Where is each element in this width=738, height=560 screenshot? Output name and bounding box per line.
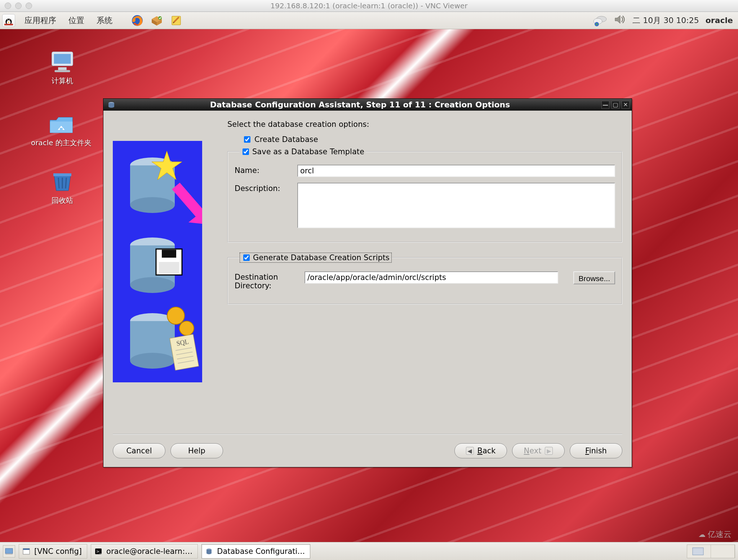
svg-rect-14 [54, 70, 70, 72]
gnome-bottom-panel: [VNC config] >_ oracle@oracle-learn:… Da… [0, 542, 738, 560]
svg-rect-42 [5, 548, 13, 554]
minimize-button[interactable]: — [601, 101, 609, 109]
template-name-input[interactable] [297, 165, 615, 177]
gnome-top-panel: 应用程序 位置 系统 二 10月 30 10: [0, 12, 738, 29]
svg-rect-13 [58, 67, 66, 70]
create-database-checkbox[interactable] [244, 136, 250, 143]
desktop-icon-computer[interactable]: 计算机 [36, 50, 88, 86]
chevron-right-icon: ▶ [545, 447, 553, 455]
svg-rect-43 [5, 554, 13, 555]
description-label: Description: [235, 183, 289, 193]
volume-icon[interactable] [614, 13, 626, 27]
package-launcher-icon[interactable] [150, 14, 164, 27]
notes-launcher-icon[interactable] [169, 14, 183, 27]
menu-places[interactable]: 位置 [66, 14, 87, 27]
svg-point-27 [130, 277, 175, 293]
template-description-input[interactable] [297, 183, 615, 228]
save-template-label: Save as a Database Template [252, 147, 364, 156]
chevron-left-icon: ◀ [466, 447, 474, 455]
desktop-icon-label: 计算机 [36, 76, 88, 86]
save-template-checkbox[interactable] [243, 148, 249, 155]
workspace-1[interactable] [687, 545, 711, 558]
svg-rect-30 [159, 262, 179, 274]
svg-point-2 [7, 19, 8, 20]
show-desktop-button[interactable] [3, 545, 15, 557]
window-icon [22, 547, 31, 556]
svg-rect-29 [162, 250, 176, 258]
generate-scripts-checkbox[interactable] [243, 254, 250, 261]
generate-scripts-group: Generate Database Creation Scripts Desti… [227, 253, 622, 305]
svg-line-17 [66, 178, 66, 188]
wizard-footer: Cancel Help ◀ Back Next ▶ Finish [113, 434, 622, 458]
browse-button[interactable]: Browse... [573, 271, 615, 284]
svg-point-33 [130, 353, 175, 369]
menu-system[interactable]: 系统 [94, 14, 115, 27]
wizard-sidebar: SQL [113, 120, 202, 461]
create-database-label: Create Database [254, 135, 318, 144]
desktop-icon-label: 回收站 [36, 196, 88, 205]
svg-text:>_: >_ [96, 549, 102, 554]
maximize-button[interactable]: ▢ [612, 101, 619, 109]
taskbar-item-label: Database Configurati… [217, 547, 305, 556]
home-folder-icon [47, 112, 75, 136]
svg-rect-12 [54, 54, 71, 64]
name-label: Name: [235, 165, 289, 175]
taskbar-item-label: oracle@oracle-learn:… [106, 547, 192, 556]
destination-label: Destination Directory: [235, 271, 296, 290]
close-button[interactable]: ✕ [622, 101, 630, 109]
taskbar-item-terminal[interactable]: >_ oracle@oracle-learn:… [91, 544, 198, 559]
svg-point-35 [179, 321, 194, 335]
destination-directory-input[interactable] [304, 271, 558, 284]
taskbar-item-dbca[interactable]: Database Configurati… [201, 544, 310, 559]
svg-point-34 [167, 307, 184, 324]
next-button: Next ▶ [512, 443, 565, 458]
distro-menu-icon[interactable] [2, 14, 15, 27]
instruction-text: Select the database creation options: [227, 120, 622, 129]
network-status-icon[interactable] [593, 14, 607, 27]
desktop-icon-home[interactable]: oracle 的主文件夹 [14, 112, 108, 148]
svg-point-3 [9, 19, 10, 20]
panel-user[interactable]: oracle [706, 16, 733, 25]
svg-rect-49 [693, 548, 703, 555]
desktop[interactable]: 计算机 oracle 的主文件夹 回收站 Database Configurat… [0, 29, 738, 542]
help-button[interactable]: Help [170, 443, 223, 458]
svg-rect-45 [23, 548, 30, 550]
dbca-window: Database Configuration Assistant, Step 1… [103, 98, 632, 467]
menu-applications[interactable]: 应用程序 [22, 14, 59, 27]
dbca-titlebar[interactable]: Database Configuration Assistant, Step 1… [103, 99, 632, 111]
taskbar-item-label: [VNC config] [34, 547, 82, 556]
firefox-launcher-icon[interactable] [130, 14, 144, 27]
svg-point-22 [130, 197, 175, 213]
computer-icon [48, 50, 76, 74]
svg-line-15 [58, 178, 59, 188]
dbca-title: Database Configuration Assistant, Step 1… [119, 100, 601, 109]
svg-rect-4 [4, 23, 13, 25]
finish-button[interactable]: Finish [570, 443, 622, 458]
desktop-icon-label: oracle 的主文件夹 [14, 138, 108, 148]
dbca-icon [205, 547, 213, 556]
desktop-icon-trash[interactable]: 回收站 [36, 170, 88, 205]
save-template-group: Save as a Database Template Name: Descri… [227, 147, 622, 243]
taskbar-item-vnc[interactable]: [VNC config] [19, 544, 87, 559]
trash-icon [48, 170, 76, 194]
generate-scripts-label: Generate Database Creation Scripts [253, 253, 390, 262]
terminal-icon: >_ [94, 547, 103, 556]
panel-clock[interactable]: 二 10月 30 10:25 [632, 15, 699, 26]
mac-window-title: 192.168.8.120:1 (oracle-learn:1 (oracle)… [0, 1, 738, 10]
workspace-2[interactable] [711, 545, 735, 558]
back-button[interactable]: ◀ Back [454, 443, 507, 458]
mac-titlebar: 192.168.8.120:1 (oracle-learn:1 (oracle)… [0, 0, 738, 12]
wizard-sidebar-image: SQL [113, 141, 202, 382]
dbca-app-icon [106, 100, 116, 110]
cancel-button[interactable]: Cancel [113, 443, 165, 458]
vnc-viewport: 应用程序 位置 系统 二 10月 30 10: [0, 12, 738, 560]
workspace-switcher[interactable] [687, 545, 735, 558]
